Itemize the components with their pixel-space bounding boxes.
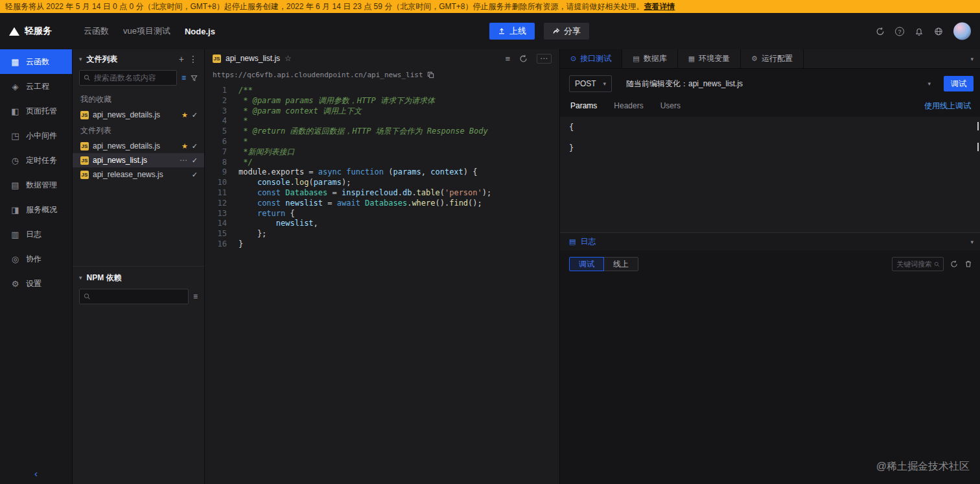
function-binding-select[interactable]: 随当前编辑变化：api_news_list.js ▾ <box>618 75 937 92</box>
file-item[interactable]: JSapi_news_details.js★✓ <box>73 139 204 153</box>
filter-icon[interactable] <box>191 75 198 82</box>
line-number: 3 <box>205 106 227 117</box>
breadcrumb-section[interactable]: 云函数 <box>84 25 109 37</box>
cloud-project-icon: ◈ <box>10 82 20 91</box>
param-tab-headers[interactable]: Headers <box>614 101 643 110</box>
notifications-bell-icon[interactable] <box>915 27 924 36</box>
editor-more-icon[interactable]: ⋯ <box>537 54 552 64</box>
notice-detail-link[interactable]: 查看详情 <box>644 2 675 11</box>
settings-icon: ⚙ <box>10 279 20 289</box>
file-item[interactable]: JSapi_news_details.js★✓ <box>73 108 204 122</box>
log-mode-debug[interactable]: 调试 <box>569 257 604 271</box>
npm-search-input[interactable] <box>94 292 184 301</box>
language-globe-icon[interactable] <box>934 27 943 36</box>
json-editor-line <box>569 132 980 143</box>
function-url-bar: https://qc6vfb.api.cloudendpoint.cn/api_… <box>205 67 559 82</box>
copy-icon[interactable] <box>427 71 434 79</box>
app-logo[interactable]: 轻服务 <box>0 25 72 37</box>
file-more-icon[interactable]: ⋯ <box>180 156 188 165</box>
favorite-star-icon[interactable]: ☆ <box>285 54 292 63</box>
file-search-input[interactable] <box>94 73 172 82</box>
publish-button[interactable]: 上线 <box>489 23 535 40</box>
editor-tab[interactable]: api_news_list.js <box>226 54 280 63</box>
rp-tabs-chevron-icon[interactable]: ▾ <box>970 56 974 62</box>
npm-search-box[interactable] <box>79 289 189 304</box>
js-file-icon: JS <box>80 156 89 165</box>
refresh-icon[interactable] <box>519 54 528 63</box>
share-button[interactable]: 分享 <box>544 23 589 40</box>
file-search-box[interactable] <box>79 70 177 86</box>
search-icon <box>84 293 91 300</box>
right-panel: ▾ ⊙接口测试▤数据库▦环境变量⚙运行配置 POST ▾ 随当前编辑变化：api… <box>559 49 980 484</box>
help-icon[interactable]: ? <box>895 27 904 36</box>
log-mode-online[interactable]: 线上 <box>603 257 638 271</box>
star-icon[interactable]: ★ <box>181 142 188 151</box>
chevron-down-icon: ▾ <box>928 80 931 87</box>
file-item[interactable]: JSapi_release_news.js✓ <box>73 167 204 182</box>
line-number: 1 <box>205 86 227 96</box>
file-search-row: ≡ <box>73 70 204 86</box>
breadcrumb-project[interactable]: vue项目测试 <box>123 25 170 37</box>
debug-button[interactable]: 调试 <box>944 76 974 91</box>
sidebar-item-cloud-project[interactable]: ◈云工程 <box>0 74 72 99</box>
sidebar-item-data-manage[interactable]: ▤数据管理 <box>0 173 72 197</box>
npm-list-icon[interactable]: ≡ <box>193 292 198 301</box>
json-editor[interactable]: {} <box>560 117 980 232</box>
code-editor: JS api_news_list.js ☆ ≡ ⋯ https://qc6vfb… <box>204 49 559 484</box>
param-tab-params[interactable]: Params <box>570 101 597 110</box>
chevron-down-icon[interactable]: ▾ <box>970 239 974 245</box>
tab-api-test[interactable]: ⊙接口测试 <box>560 49 622 68</box>
code-line: 2 * @param params 调用参数，HTTP 请求下为请求体 <box>205 96 559 106</box>
tab-database[interactable]: ▤数据库 <box>622 49 677 68</box>
line-number: 9 <box>205 167 227 178</box>
sidebar-item-service-overview[interactable]: ◨服务概况 <box>0 197 72 222</box>
sort-icon[interactable]: ≡ <box>181 73 186 82</box>
sidebar-item-collaboration[interactable]: ◎协作 <box>0 247 72 271</box>
sidebar-item-logs[interactable]: ▥日志 <box>0 222 72 247</box>
sidebar-item-settings[interactable]: ⚙设置 <box>0 271 72 296</box>
format-icon[interactable]: ≡ <box>505 54 510 64</box>
top-navbar: 轻服务 云函数 vue项目测试 Node.js 上线 分享 ? <box>0 13 980 49</box>
more-menu-icon[interactable]: ⋮ <box>189 54 198 64</box>
chevron-down-icon[interactable]: ▾ <box>79 274 82 281</box>
param-tab-users[interactable]: Users <box>660 101 681 110</box>
file-item[interactable]: JSapi_news_list.js⋯✓ <box>73 153 204 167</box>
http-method-select[interactable]: POST ▾ <box>569 75 612 92</box>
request-row: POST ▾ 随当前编辑变化：api_news_list.js ▾ 调试 <box>560 69 980 97</box>
file-name: api_news_list.js <box>93 156 147 165</box>
sidebar-item-timer[interactable]: ◷定时任务 <box>0 148 72 173</box>
add-file-icon[interactable]: + <box>179 54 184 64</box>
log-search-input[interactable] <box>896 260 931 268</box>
npm-title: NPM 依赖 <box>87 272 198 284</box>
env-vars-icon: ▦ <box>688 54 695 63</box>
cloud-function-icon: ▦ <box>10 57 20 67</box>
star-icon[interactable]: ★ <box>181 111 188 119</box>
log-refresh-icon[interactable] <box>950 260 958 268</box>
nav-icon-group: ? <box>876 23 971 40</box>
code-area[interactable]: 1/**2 * @param params 调用参数，HTTP 请求下为请求体3… <box>205 82 559 250</box>
sidebar-item-middleware[interactable]: ◳小中间件 <box>0 123 72 148</box>
log-search-box[interactable] <box>892 257 944 271</box>
code-line: 4 * <box>205 116 559 127</box>
user-avatar[interactable] <box>953 23 971 40</box>
js-file-icon: JS <box>80 171 89 179</box>
log-section-header[interactable]: ▤ 日志 ▾ <box>560 232 980 250</box>
sidebar-item-page-hosting[interactable]: ◧页面托管 <box>0 99 72 123</box>
log-output-area <box>560 276 980 484</box>
history-icon[interactable] <box>876 27 885 36</box>
line-number: 11 <box>205 188 227 199</box>
online-debug-link[interactable]: 使用线上调试 <box>924 101 971 112</box>
breadcrumb-runtime[interactable]: Node.js <box>185 27 215 36</box>
tab-run-config[interactable]: ⚙运行配置 <box>741 49 804 68</box>
sidebar-item-cloud-function[interactable]: ▦云函数 <box>0 49 72 74</box>
line-number: 7 <box>205 147 227 158</box>
tab-env-vars[interactable]: ▦环境变量 <box>678 49 741 68</box>
file-name: api_news_details.js <box>93 110 160 119</box>
sidebar-item-label: 页面托管 <box>26 106 57 117</box>
sidebar-item-label: 协作 <box>26 254 41 265</box>
log-title: 日志 <box>580 236 596 247</box>
sidebar-collapse-icon[interactable]: ‹ <box>34 468 38 479</box>
js-file-icon: JS <box>80 142 89 151</box>
chevron-down-icon[interactable]: ▾ <box>79 56 82 62</box>
log-clear-trash-icon[interactable] <box>964 260 972 268</box>
